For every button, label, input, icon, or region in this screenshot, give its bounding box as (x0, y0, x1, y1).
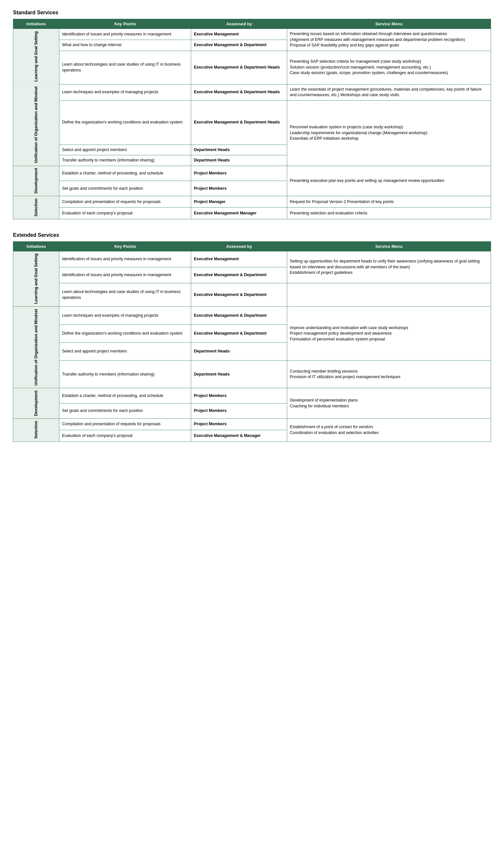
initiative-cell: Selection (13, 418, 59, 442)
table-row: Learn about technologies and case studie… (13, 283, 491, 307)
table-row: DevelopmentEstablish a charter, method o… (13, 388, 491, 404)
table-row: SelectionCompilation and presentation of… (13, 196, 491, 208)
initiative-cell: Selection (13, 196, 59, 219)
initiative-cell: Unification of Organization and Mindset (13, 84, 59, 166)
assessed-cell: Executive Management & Department (191, 40, 287, 51)
table-row: Unification of Organization and MindsetL… (13, 84, 491, 100)
key-points-cell: Select and appoint project members (59, 144, 191, 155)
key-points-cell: Learn about technologies and case studie… (59, 283, 191, 307)
initiative-cell: Development (13, 166, 59, 196)
key-points-cell: Identification of issues and priority me… (59, 29, 191, 40)
standard-header-service: Service Menu (287, 19, 491, 29)
initiative-cell: Development (13, 388, 59, 419)
extended-header-service: Service Menu (287, 241, 491, 251)
assessed-cell: Project Members (191, 181, 287, 196)
extended-table: Initiatives Key Points Assessed by Servi… (13, 241, 491, 442)
standard-header-initiatives: Initiatives (13, 19, 59, 29)
assessed-cell: Project Members (191, 166, 287, 181)
assessed-cell: Executive Management & Department (191, 283, 287, 307)
table-row: Learning and Goal SettingIdentification … (13, 251, 491, 267)
table-row: Evaluation of each company's proposalExe… (13, 208, 491, 219)
assessed-cell: Executive Management & Department Heads (191, 51, 287, 84)
service-menu-cell: Presenting issues based on information o… (287, 29, 491, 51)
assessed-cell: Department Heads (191, 155, 287, 166)
standard-header-assessed: Assessed by (191, 19, 287, 29)
standard-services-section: Standard Services Initiatives Key Points… (13, 10, 491, 219)
key-points-cell: Identification of issues and priority me… (59, 251, 191, 267)
assessed-cell: Executive Management & Department (191, 307, 287, 325)
assessed-cell: Executive Management Manager (191, 208, 287, 219)
key-points-cell: Learn about technologies and case studie… (59, 51, 191, 84)
initiative-cell: Learning and Goal Setting (13, 29, 59, 84)
assessed-cell: Department Heads (191, 144, 287, 155)
key-points-cell: Define the organization's working condit… (59, 100, 191, 144)
assessed-cell: Executive Management (191, 29, 287, 40)
service-menu-cell: Presenting SAP selection criteria for ma… (287, 51, 491, 84)
key-points-cell: Identification of issues and priority me… (59, 267, 191, 283)
key-points-cell: Transfer authority to members (informati… (59, 155, 191, 166)
standard-table-wrap: Initiatives Key Points Assessed by Servi… (13, 19, 491, 219)
initiative-cell: Unification of Organization and Mindset (13, 307, 59, 388)
standard-services-title: Standard Services (13, 10, 491, 16)
assessed-cell: Executive Management & Manager (191, 430, 287, 442)
extended-services-title: Extended Services (13, 232, 491, 238)
key-points-cell: Transfer authority to members (informati… (59, 361, 191, 388)
table-row: DevelopmentEstablish a charter, method o… (13, 166, 491, 181)
assessed-cell: Executive Management & Department Heads (191, 84, 287, 100)
key-points-cell: Learn techniques and examples of managin… (59, 84, 191, 100)
table-row: Learning and Goal SettingIdentification … (13, 29, 491, 40)
key-points-cell: Set goals and commitments for each posit… (59, 404, 191, 419)
extended-services-section: Extended Services Initiatives Key Points… (13, 232, 491, 442)
table-row: Define the organization's working condit… (13, 100, 491, 144)
standard-table: Initiatives Key Points Assessed by Servi… (13, 19, 491, 219)
assessed-cell: Project Manager (191, 196, 287, 208)
key-points-cell: Evaluation of each company's proposal (59, 430, 191, 442)
key-points-cell: Set goals and commitments for each posit… (59, 181, 191, 196)
assessed-cell: Executive Management & Department Heads (191, 100, 287, 144)
service-menu-cell (287, 283, 491, 307)
assessed-cell: Executive Management & Department (191, 325, 287, 342)
assessed-cell: Project Members (191, 388, 287, 404)
extended-table-wrap: Initiatives Key Points Assessed by Servi… (13, 241, 491, 442)
service-menu-cell: Setting up opportunities for department … (287, 251, 491, 283)
assessed-cell: Department Heads (191, 343, 287, 361)
service-menu-cell: Presenting selection and evaluation crit… (287, 208, 491, 219)
extended-header-keypoints: Key Points (59, 241, 191, 251)
key-points-cell: Select and appoint project members (59, 343, 191, 361)
assessed-cell: Project Members (191, 418, 287, 430)
key-points-cell: Define the organization's working condit… (59, 325, 191, 342)
table-row: Unification of Organization and MindsetL… (13, 307, 491, 325)
table-row: SelectionCompilation and presentation of… (13, 418, 491, 430)
service-menu-cell: Learn the essentials of project manageme… (287, 84, 491, 100)
assessed-cell: Department Heads (191, 361, 287, 388)
table-row: Learn about technologies and case studie… (13, 51, 491, 62)
extended-header-assessed: Assessed by (191, 241, 287, 251)
assessed-cell: Executive Management & Department (191, 267, 287, 283)
extended-header-initiatives: Initiatives (13, 241, 59, 251)
assessed-cell: Project Members (191, 404, 287, 419)
key-points-cell: Compilation and presentation of requests… (59, 418, 191, 430)
assessed-cell: Executive Management (191, 251, 287, 267)
key-points-cell: What and how to change internal (59, 40, 191, 51)
service-menu-cell: Request for Proposal Version 2 Presentat… (287, 196, 491, 208)
service-menu-cell: Development of implementation plansCoach… (287, 388, 491, 419)
service-menu-cell: Presenting executive plan key points and… (287, 166, 491, 196)
service-menu-cell: Establishment of a point of contact for … (287, 418, 491, 442)
service-menu-cell: Improve understanding and motivation wit… (287, 307, 491, 361)
table-row: Transfer authority to members (informati… (13, 361, 491, 388)
key-points-cell: Establish a charter, method of proceedin… (59, 166, 191, 181)
key-points-cell: Establish a charter, method of proceedin… (59, 388, 191, 404)
key-points-cell: Learn techniques and examples of managin… (59, 307, 191, 325)
service-menu-cell: Personnel evaluation system in projects … (287, 100, 491, 166)
standard-header-keypoints: Key Points (59, 19, 191, 29)
service-menu-cell: Conducting member briefing sessionsProvi… (287, 361, 491, 388)
key-points-cell: Evaluation of each company's proposal (59, 208, 191, 219)
initiative-cell: Learning and Goal Setting (13, 251, 59, 307)
key-points-cell: Compilation and presentation of requests… (59, 196, 191, 208)
